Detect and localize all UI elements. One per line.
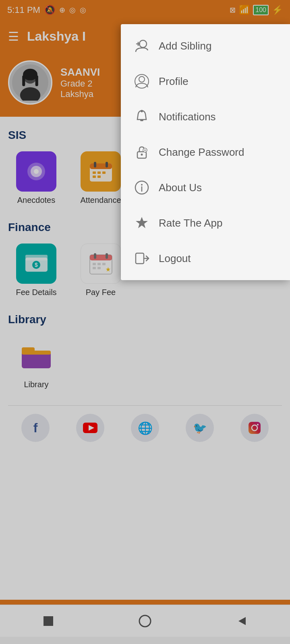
dropdown-menu: Add Sibling Profile Notifications	[121, 24, 290, 280]
rate-app-label: Rate The App	[159, 217, 223, 229]
svg-point-60	[141, 184, 143, 186]
svg-marker-62	[136, 217, 148, 228]
profile-label: Profile	[159, 75, 188, 88]
menu-item-about-us[interactable]: About Us	[121, 170, 290, 205]
svg-point-51	[139, 76, 145, 82]
svg-rect-52	[140, 120, 143, 121]
info-icon	[133, 179, 151, 196]
add-sibling-icon	[133, 37, 151, 55]
add-sibling-label: Add Sibling	[159, 40, 212, 52]
menu-item-change-password[interactable]: Change Password	[121, 134, 290, 170]
bell-icon	[133, 108, 151, 126]
logout-icon	[133, 250, 151, 267]
star-icon	[133, 214, 151, 232]
logout-label: Logout	[159, 252, 191, 265]
svg-rect-63	[136, 253, 144, 264]
about-us-label: About Us	[159, 182, 202, 194]
menu-item-add-sibling[interactable]: Add Sibling	[121, 28, 290, 64]
menu-item-rate-app[interactable]: Rate The App	[121, 205, 290, 241]
notifications-label: Notifications	[159, 111, 216, 123]
profile-icon	[133, 72, 151, 90]
svg-point-58	[141, 154, 143, 156]
svg-point-47	[139, 40, 147, 47]
menu-item-logout[interactable]: Logout	[121, 241, 290, 276]
menu-item-notifications[interactable]: Notifications	[121, 99, 290, 134]
menu-item-profile[interactable]: Profile	[121, 64, 290, 99]
change-password-label: Change Password	[159, 146, 244, 159]
lock-icon	[133, 143, 151, 161]
svg-point-53	[141, 110, 143, 112]
